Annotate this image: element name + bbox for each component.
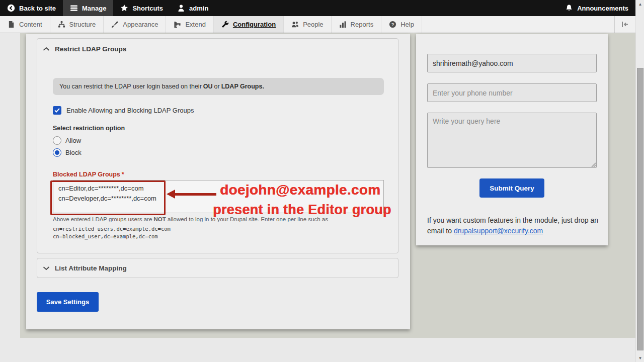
support-email-link[interactable]: drupalsupport@xecurify.com xyxy=(454,227,543,235)
tab-people[interactable]: People xyxy=(284,16,331,33)
tab-configuration[interactable]: Configuration xyxy=(214,16,284,33)
scrollbar-down-arrow[interactable]: ▼ xyxy=(636,354,644,362)
paintbrush-icon xyxy=(111,21,119,28)
blocked-groups-help-text: Above entered LDAP groups users are NOT … xyxy=(53,216,328,222)
support-contact-card: Submit Query If you want custom features… xyxy=(416,34,608,245)
restrict-ldap-groups-section: Restrict LDAP Groups You can restrict th… xyxy=(37,38,398,253)
shortcuts-label: Shortcuts xyxy=(132,5,163,12)
chevron-down-icon xyxy=(43,266,50,270)
tab-help[interactable]: ? Help xyxy=(381,16,422,33)
chevron-up-icon xyxy=(43,47,50,51)
announcements-label: Announcements xyxy=(577,5,628,12)
people-icon xyxy=(291,21,299,28)
restriction-option-label: Select restriction option xyxy=(53,125,125,132)
allow-radio[interactable] xyxy=(53,136,61,145)
document-icon xyxy=(8,21,15,28)
user-icon xyxy=(177,4,185,12)
admin-tabs-toolbar: Content Structure Appearance Extend Conf… xyxy=(0,16,635,33)
help-icon: ? xyxy=(389,21,396,28)
browser-scrollbar[interactable]: ▲ ▼ xyxy=(635,0,644,362)
block-radio[interactable] xyxy=(53,148,61,157)
block-option-row: Block xyxy=(53,148,82,157)
allow-label[interactable]: Allow xyxy=(65,137,81,144)
back-to-site-button[interactable]: Back to site xyxy=(0,0,63,16)
enable-ldap-groups-label[interactable]: Enable Allowing and Blocking LDAP Groups xyxy=(66,107,194,114)
enable-ldap-groups-checkbox[interactable] xyxy=(53,106,61,115)
puzzle-icon xyxy=(174,21,181,28)
restriction-info-message: You can restrict the LDAP user login bas… xyxy=(53,78,384,95)
star-icon xyxy=(120,4,128,12)
email-field[interactable] xyxy=(427,54,597,72)
blocked-group-line: cn=Editor,dc=********,dc=com xyxy=(58,184,378,194)
checkmark-icon xyxy=(54,108,60,113)
list-attribute-mapping-section: List Attribute Mapping xyxy=(37,258,398,278)
allow-option-row: Allow xyxy=(53,136,81,145)
announcements-button[interactable]: Announcements xyxy=(558,0,635,16)
shortcuts-menu-button[interactable]: Shortcuts xyxy=(113,0,170,16)
bell-icon xyxy=(565,4,573,12)
submit-query-button[interactable]: Submit Query xyxy=(479,178,544,198)
admin-user-button[interactable]: admin xyxy=(170,0,215,16)
collapse-left-icon xyxy=(621,21,629,28)
phone-field[interactable] xyxy=(427,83,597,102)
tab-content[interactable]: Content xyxy=(0,16,50,33)
toolbar-collapse-button[interactable] xyxy=(614,16,635,33)
blocked-group-line: cn=Developer,dc=********,dc=com xyxy=(58,194,378,204)
tab-extend[interactable]: Extend xyxy=(166,16,213,33)
scrollbar-thumb[interactable] xyxy=(637,68,643,350)
blocked-ldap-groups-textarea[interactable]: cn=Editor,dc=********,dc=com cn=Develope… xyxy=(53,180,384,213)
admin-toolbar: Back to site Manage Shortcuts admin Anno… xyxy=(0,0,635,16)
enable-ldap-groups-row: Enable Allowing and Blocking LDAP Groups xyxy=(53,106,194,115)
hamburger-icon xyxy=(70,4,78,12)
tab-structure[interactable]: Structure xyxy=(50,16,104,33)
manage-label: Manage xyxy=(82,5,106,12)
support-footer-text: If you want custom features in the modul… xyxy=(427,215,599,236)
example-ldap-group-line: cn=restricted_users,dc=example,dc=com xyxy=(53,226,171,232)
restrict-ldap-groups-summary[interactable]: Restrict LDAP Groups xyxy=(37,39,398,53)
svg-text:?: ? xyxy=(391,22,394,27)
tab-reports[interactable]: Reports xyxy=(332,16,382,33)
section-title: List Attribute Mapping xyxy=(55,264,127,272)
wrench-icon xyxy=(221,21,229,28)
list-attribute-mapping-summary[interactable]: List Attribute Mapping xyxy=(37,258,398,272)
section-title: Restrict LDAP Groups xyxy=(55,45,126,53)
sitemap-icon xyxy=(58,21,65,28)
required-asterisk: * xyxy=(122,171,124,178)
bar-chart-icon xyxy=(339,21,347,28)
scrollbar-up-arrow[interactable]: ▲ xyxy=(636,0,644,8)
admin-user-label: admin xyxy=(189,5,208,12)
blocked-ldap-groups-label: Blocked LDAP Groups* xyxy=(53,171,124,178)
manage-menu-button[interactable]: Manage xyxy=(63,0,113,16)
ldap-settings-card: Restrict LDAP Groups You can restrict th… xyxy=(26,34,410,329)
back-to-site-label: Back to site xyxy=(19,5,56,12)
tab-appearance[interactable]: Appearance xyxy=(104,16,166,33)
block-label[interactable]: Block xyxy=(65,149,82,156)
query-textarea[interactable] xyxy=(427,113,597,168)
save-settings-button[interactable]: Save Settings xyxy=(37,292,99,312)
back-arrow-icon xyxy=(7,4,15,12)
example-ldap-group-line: cn=blocked_user,dc=example,dc=com xyxy=(53,233,158,239)
